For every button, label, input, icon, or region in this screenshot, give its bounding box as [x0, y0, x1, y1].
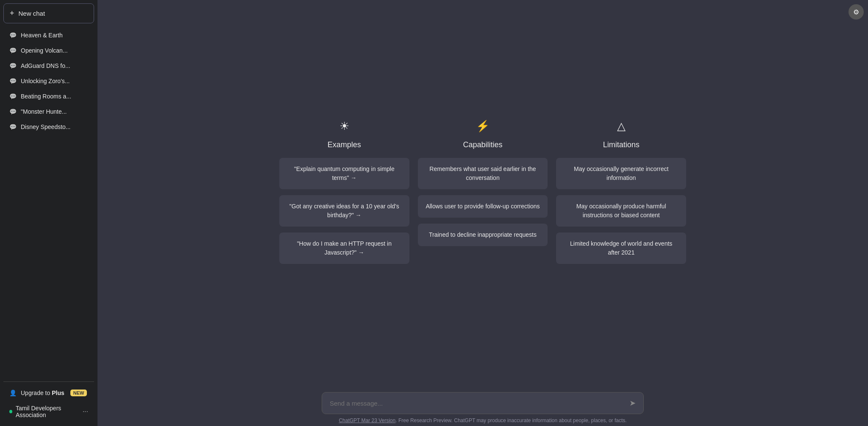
input-area: ChatGPT Mar 23 Version. Free Research Pr… [97, 388, 868, 426]
sidebar-item-disney-speedsto[interactable]: 💬 Disney Speedsto... [3, 119, 94, 135]
footer-link[interactable]: ChatGPT Mar 23 Version [339, 418, 395, 423]
sidebar-item-label: Unlocking Zoro's... [21, 78, 70, 84]
chat-bubble-icon: 💬 [9, 62, 17, 69]
column-capabilities: ⚡CapabilitiesRemembers what user said ea… [418, 120, 548, 264]
upgrade-label: Upgrade to Plus [21, 390, 64, 396]
workspace-item[interactable]: Tamil Developers Association ··· [3, 401, 94, 423]
chat-bubble-icon: 💬 [9, 93, 17, 100]
sidebar-bottom: Upgrade to Plus NEW Tamil Developers Ass… [3, 381, 94, 423]
sidebar-item-label: "Monster Hunte... [21, 108, 67, 115]
chat-bubble-icon: 💬 [9, 108, 17, 115]
sun-icon: ☀ [339, 120, 349, 133]
sidebar-item-label: AdGuard DNS fo... [21, 62, 70, 69]
sidebar-item-beating-rooms[interactable]: 💬 Beating Rooms a... [3, 89, 94, 104]
top-right-area: ⚙ [849, 4, 864, 20]
columns-container: ☀Examples"Explain quantum computing in s… [279, 120, 686, 264]
chat-bubble-icon: 💬 [9, 47, 17, 54]
send-button[interactable] [629, 398, 636, 408]
card-limitations-2[interactable]: Limited knowledge of world and events af… [556, 233, 686, 264]
chat-bubble-icon: 💬 [9, 123, 17, 130]
sidebar-item-monster-hunter[interactable]: 💬 "Monster Hunte... [3, 104, 94, 119]
footer-text: ChatGPT Mar 23 Version. Free Research Pr… [339, 418, 626, 423]
bolt-icon: ⚡ [476, 120, 490, 133]
chat-bubble-icon: 💬 [9, 32, 17, 39]
send-icon [629, 398, 636, 408]
warning-icon: △ [617, 120, 626, 133]
sidebar-item-adguard-dns[interactable]: 💬 AdGuard DNS fo... [3, 58, 94, 73]
chat-history: 💬 Heaven & Earth 💬 Opening Volcan... 💬 A… [3, 28, 94, 135]
plus-icon [10, 9, 14, 18]
card-examples-0[interactable]: "Explain quantum computing in simple ter… [279, 158, 409, 189]
input-wrapper [322, 392, 644, 414]
card-capabilities-2[interactable]: Trained to decline inappropriate request… [418, 224, 548, 246]
card-capabilities-0[interactable]: Remembers what user said earlier in the … [418, 158, 548, 189]
workspace-left: Tamil Developers Association [9, 405, 83, 418]
avatar[interactable]: ⚙ [849, 4, 864, 20]
card-limitations-0[interactable]: May occasionally generate incorrect info… [556, 158, 686, 189]
new-chat-button[interactable]: New chat [3, 3, 94, 23]
new-badge: NEW [70, 390, 87, 396]
sidebar-item-label: Beating Rooms a... [21, 93, 71, 100]
sidebar-item-label: Disney Speedsto... [21, 123, 71, 130]
column-title-examples: Examples [328, 140, 361, 149]
sidebar-item-label: Heaven & Earth [21, 32, 63, 39]
footer-description: . Free Research Preview. ChatGPT may pro… [395, 418, 626, 423]
sidebar-item-label: Opening Volcan... [21, 47, 68, 54]
upgrade-button[interactable]: Upgrade to Plus NEW [3, 385, 94, 401]
workspace-status-dot [9, 410, 12, 413]
column-limitations: △LimitationsMay occasionally generate in… [556, 120, 686, 264]
workspace-name: Tamil Developers Association [16, 405, 83, 418]
workspace-menu-icon[interactable]: ··· [83, 408, 88, 415]
card-limitations-1[interactable]: May occasionally produce harmful instruc… [556, 195, 686, 227]
column-examples: ☀Examples"Explain quantum computing in s… [279, 120, 409, 264]
user-icon [9, 390, 17, 396]
main-content: ⚙ ☀Examples"Explain quantum computing in… [97, 0, 868, 426]
message-input[interactable] [330, 400, 625, 407]
column-title-capabilities: Capabilities [463, 140, 502, 149]
card-capabilities-1[interactable]: Allows user to provide follow-up correct… [418, 195, 548, 218]
sidebar-item-opening-volcan[interactable]: 💬 Opening Volcan... [3, 43, 94, 58]
column-title-limitations: Limitations [603, 140, 640, 149]
card-examples-2[interactable]: "How do I make an HTTP request in Javasc… [279, 233, 409, 264]
sidebar-item-unlocking-zoro[interactable]: 💬 Unlocking Zoro's... [3, 73, 94, 89]
card-examples-1[interactable]: "Got any creative ideas for a 10 year ol… [279, 195, 409, 227]
new-chat-label: New chat [19, 10, 45, 17]
content-area: ☀Examples"Explain quantum computing in s… [97, 0, 868, 388]
chat-bubble-icon: 💬 [9, 78, 17, 84]
sidebar-item-heaven-earth[interactable]: 💬 Heaven & Earth [3, 28, 94, 43]
sidebar: New chat 💬 Heaven & Earth 💬 Opening Volc… [0, 0, 97, 426]
